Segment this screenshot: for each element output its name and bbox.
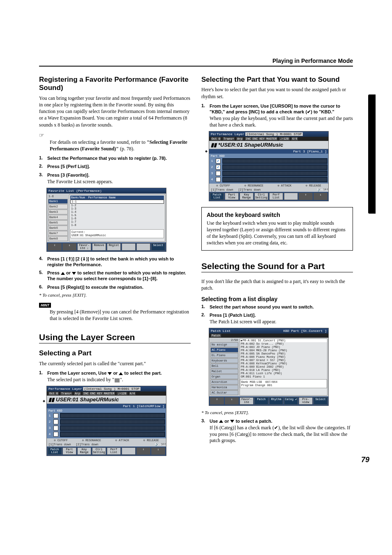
callout-keyboard-switch: About the keyboard switch Use the keyboa…: [201, 207, 353, 251]
heading-register-favorite: Registering a Favorite Performance (Favo…: [39, 76, 191, 92]
bank-item: Bank1: [48, 199, 68, 204]
tempo-icon: ▮▮: [211, 142, 217, 148]
page-header: Playing in Performance Mode: [39, 58, 353, 67]
heading-using-layer: Using the Layer Screen: [39, 332, 191, 343]
cancel-note: * To cancel, press [EXIT].: [39, 292, 191, 297]
cancel-note: * To cancel, press [EXIT].: [201, 410, 353, 415]
reference-note: For details on selecting a favorite soun…: [50, 139, 191, 152]
pointer-icon: ◆: [205, 149, 208, 154]
para-register-favorite: You can bring together your favorite and…: [39, 95, 191, 128]
kbd-checkbox: ✔: [216, 165, 221, 170]
lcd-layer-screen-2: Performance Layer(Internal Song ) M=0001…: [209, 131, 329, 201]
list-step-1: Select the part whose sound you want to …: [210, 304, 314, 309]
step-5: Press or to select the number to which y…: [47, 270, 186, 281]
tempo-icon: ▮▮: [48, 396, 54, 403]
callout-heading: About the keyboard switch: [207, 212, 348, 218]
lcd-patch-list: Patch ListKBD Part [St.Concert ] Patch 2…: [209, 328, 329, 406]
step-number: 1.: [201, 103, 207, 129]
step-number: 1.: [201, 304, 207, 310]
page-number: 79: [361, 456, 369, 464]
para-current-part: The currently selected part is called th…: [39, 360, 191, 367]
step-6: Press [5 (Regist)] to execute the regist…: [47, 285, 143, 290]
callout-body: Use the keyboard switch when you want to…: [207, 220, 348, 246]
heading-list-display: Selecting from a list display: [201, 296, 353, 302]
up-arrow-icon: [61, 272, 65, 275]
pointer-icon: ◆: [43, 398, 45, 403]
step-number: 2.: [201, 312, 207, 325]
heading-select-part-sound: Selecting the Part that You want to Soun…: [201, 76, 353, 84]
lcd-favorite-list: Favorite List (Performance) 1-8 Bank1 Ba…: [46, 188, 166, 252]
para-select-part-sound: Here's how to select the part that you w…: [201, 86, 353, 99]
thumb-index: Playing in Performance Mode: [367, 94, 376, 214]
step-number: 4.: [39, 256, 45, 268]
step-1: Select the Performance that you wish to …: [47, 156, 167, 161]
list-step-3-result: If [6 (Categ)] has a check mark (✔), the…: [210, 425, 353, 444]
lcd-layer-screen-1: Performance Layer(Internal Song ) M=0001…: [46, 386, 166, 456]
para-select-sound: If you don't like the patch that is assi…: [201, 278, 353, 291]
list-step-3: Use or to select a patch.: [210, 419, 272, 424]
step-number: 6.: [39, 284, 45, 290]
kbd-step-1-result: When you play the keyboard, you will hea…: [210, 115, 353, 128]
step-3-result: The Favorite List screen appears.: [47, 179, 191, 185]
step-number: 1.: [39, 370, 45, 383]
step-2: Press [5 (Perf List)].: [47, 164, 90, 169]
down-arrow-icon: [230, 420, 234, 423]
step-number: 1.: [39, 155, 45, 161]
step-number: 3.: [39, 172, 45, 185]
heading-select-sound: Selecting the Sound for a Part: [201, 261, 353, 272]
kbd-step-1: From the Layer screen, Use [CURSOR] to m…: [210, 104, 340, 114]
step-number: 2.: [39, 164, 45, 169]
cursor-indicator-icon: [115, 378, 120, 382]
up-arrow-icon: [119, 372, 123, 375]
kbd-checkbox: ✔: [216, 159, 221, 164]
layer-step-1: From the Layer screen, Use or to select …: [47, 371, 162, 375]
hint-body: By pressing [4 (Remove)] you can cancel …: [50, 309, 191, 322]
kbd-checkbox: [216, 171, 221, 176]
down-arrow-icon: [72, 272, 76, 275]
list-step-2-result: The Patch List screen will appear.: [210, 319, 353, 325]
down-arrow-icon: [108, 372, 112, 375]
heading-selecting-part: Selecting a Part: [39, 349, 191, 357]
hint-badge: HINT: [39, 303, 51, 308]
step-number: 3.: [201, 418, 207, 444]
reference-icon: ☞: [39, 132, 44, 139]
kbd-checkbox: [216, 177, 221, 182]
layer-step-1-result: The selected part is indicated by "".: [47, 377, 191, 383]
step-3: Press [3 (Favorite)].: [47, 173, 90, 177]
up-arrow-icon: [219, 420, 223, 423]
step-number: 5.: [39, 270, 45, 282]
list-step-2: Press [1 (Patch List)].: [210, 313, 256, 318]
step-4: Press [1 (⇑)] [2 (⇓)] to select the bank…: [47, 256, 174, 267]
